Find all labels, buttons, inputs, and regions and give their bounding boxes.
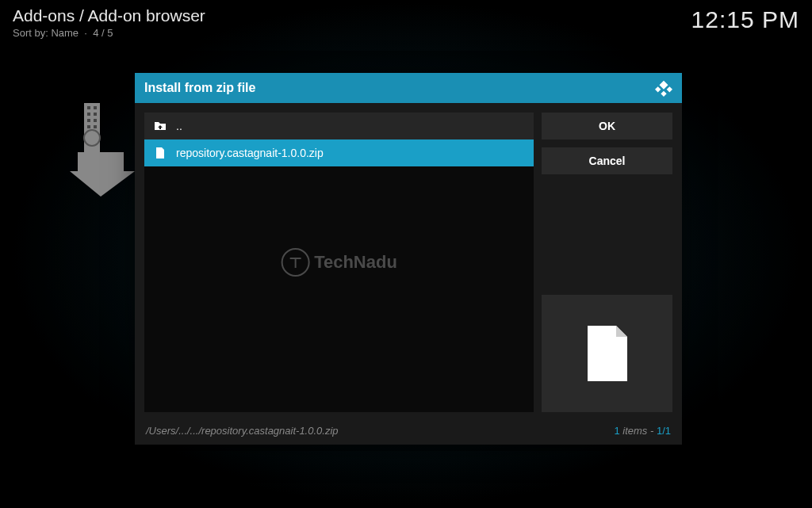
count-position: 1/1 bbox=[657, 425, 671, 437]
install-zip-dialog: Install from zip file .. repository.cast… bbox=[135, 73, 682, 445]
sort-info: Sort by: Name · 4 / 5 bbox=[13, 27, 205, 39]
svg-rect-6 bbox=[94, 119, 97, 122]
svg-rect-7 bbox=[87, 125, 90, 128]
breadcrumb: Add-ons / Add-on browser bbox=[13, 6, 205, 25]
sort-position: 4 / 5 bbox=[93, 27, 113, 39]
header-left: Add-ons / Add-on browser Sort by: Name ·… bbox=[13, 6, 205, 39]
dialog-title: Install from zip file bbox=[144, 81, 255, 95]
sort-separator: · bbox=[82, 27, 93, 39]
file-preview-icon bbox=[584, 324, 630, 383]
svg-rect-2 bbox=[94, 106, 97, 109]
footer-path: /Users/.../.../repository.castagnait-1.0… bbox=[146, 425, 339, 437]
footer-item-count: 1 items - 1/1 bbox=[614, 425, 671, 437]
count-items-word: items - bbox=[622, 425, 653, 437]
file-list[interactable]: .. repository.castagnait-1.0.0.zip TechN… bbox=[144, 113, 534, 412]
sort-label: Sort by: Name bbox=[13, 27, 79, 39]
dialog-body: .. repository.castagnait-1.0.0.zip TechN… bbox=[135, 103, 682, 422]
zipper-download-icon bbox=[70, 103, 135, 197]
svg-rect-1 bbox=[87, 106, 90, 109]
count-number: 1 bbox=[614, 425, 619, 437]
svg-rect-8 bbox=[94, 125, 97, 128]
technadu-watermark: TechNadu bbox=[281, 248, 397, 277]
cancel-button[interactable]: Cancel bbox=[542, 147, 672, 174]
file-name: repository.castagnait-1.0.0.zip bbox=[176, 147, 324, 159]
watermark-circle-icon bbox=[281, 248, 309, 277]
parent-directory-row[interactable]: .. bbox=[144, 113, 534, 139]
clock: 12:15 PM bbox=[691, 6, 799, 33]
parent-label: .. bbox=[176, 120, 182, 132]
watermark-text: TechNadu bbox=[314, 252, 397, 273]
kodi-logo-icon bbox=[655, 79, 672, 97]
dialog-sidebar: OK Cancel bbox=[542, 113, 672, 412]
app-header: Add-ons / Add-on browser Sort by: Name ·… bbox=[0, 0, 812, 45]
file-preview-pane bbox=[542, 295, 672, 412]
dialog-header: Install from zip file bbox=[135, 73, 682, 103]
svg-point-13 bbox=[84, 130, 100, 146]
file-icon bbox=[154, 147, 167, 159]
svg-rect-4 bbox=[94, 113, 97, 116]
svg-rect-3 bbox=[87, 113, 90, 116]
ok-button[interactable]: OK bbox=[542, 113, 672, 139]
dialog-footer: /Users/.../.../repository.castagnait-1.0… bbox=[135, 422, 682, 445]
svg-rect-5 bbox=[87, 119, 90, 122]
folder-up-icon bbox=[154, 120, 167, 132]
file-row[interactable]: repository.castagnait-1.0.0.zip bbox=[144, 139, 534, 166]
